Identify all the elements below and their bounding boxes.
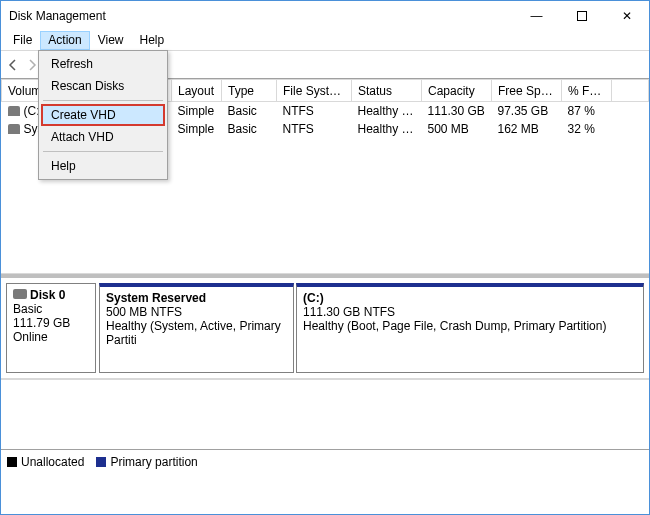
partition-size: 500 MB NTFS <box>106 305 287 319</box>
cell-layout: Simple <box>172 120 222 138</box>
maximize-icon <box>577 11 587 21</box>
col-layout[interactable]: Layout <box>172 80 222 102</box>
close-button[interactable]: ✕ <box>604 1 649 31</box>
cell-type: Basic <box>222 120 277 138</box>
close-icon: ✕ <box>622 9 632 23</box>
col-filesystem[interactable]: File System <box>277 80 352 102</box>
menu-help[interactable]: Help <box>132 31 173 50</box>
partition-status: Healthy (Boot, Page File, Crash Dump, Pr… <box>303 319 637 333</box>
menu-create-vhd[interactable]: Create VHD <box>41 104 165 126</box>
col-capacity[interactable]: Capacity <box>422 80 492 102</box>
partition-title: System Reserved <box>106 291 287 305</box>
col-blank[interactable] <box>612 80 649 102</box>
cell-layout: Simple <box>172 102 222 121</box>
menu-action[interactable]: Action <box>40 31 89 50</box>
cell-type: Basic <box>222 102 277 121</box>
maximize-button[interactable] <box>559 1 604 31</box>
legend-primary: Primary partition <box>96 455 197 469</box>
partition-size: 111.30 GB NTFS <box>303 305 637 319</box>
disk-partitions: System Reserved 500 MB NTFS Healthy (Sys… <box>99 283 644 373</box>
cell-free: 97.35 GB <box>492 102 562 121</box>
cell-capacity: 500 MB <box>422 120 492 138</box>
partition-title: (C:) <box>303 291 637 305</box>
col-type[interactable]: Type <box>222 80 277 102</box>
cell-pct: 87 % <box>562 102 612 121</box>
menu-file[interactable]: File <box>5 31 40 50</box>
disk-size: 111.79 GB <box>13 316 89 330</box>
cell-fs: NTFS <box>277 102 352 121</box>
menu-refresh[interactable]: Refresh <box>41 53 165 75</box>
disk-type: Basic <box>13 302 89 316</box>
col-pctfree[interactable]: % Free <box>562 80 612 102</box>
partition-system-reserved[interactable]: System Reserved 500 MB NTFS Healthy (Sys… <box>99 283 294 373</box>
action-dropdown: Refresh Rescan Disks Create VHD Attach V… <box>38 50 168 180</box>
menu-rescan-disks[interactable]: Rescan Disks <box>41 75 165 97</box>
disk-graphical-view: Disk 0 Basic 111.79 GB Online System Res… <box>1 274 649 379</box>
col-status[interactable]: Status <box>352 80 422 102</box>
window-title: Disk Management <box>9 9 514 23</box>
titlebar[interactable]: Disk Management ― ✕ <box>1 1 649 31</box>
cell-status: Healthy (B... <box>352 102 422 121</box>
minimize-button[interactable]: ― <box>514 1 559 31</box>
cell-pct: 32 % <box>562 120 612 138</box>
dropdown-separator <box>43 100 163 101</box>
back-icon[interactable] <box>5 57 21 73</box>
legend: Unallocated Primary partition <box>1 449 649 473</box>
partition-c[interactable]: (C:) 111.30 GB NTFS Healthy (Boot, Page … <box>296 283 644 373</box>
menu-attach-vhd[interactable]: Attach VHD <box>41 126 165 148</box>
minimize-icon: ― <box>531 9 543 23</box>
disk-info[interactable]: Disk 0 Basic 111.79 GB Online <box>6 283 96 373</box>
disk-icon <box>13 289 27 299</box>
swatch-primary-icon <box>96 457 106 467</box>
empty-pane <box>1 379 649 449</box>
partition-status: Healthy (System, Active, Primary Partiti <box>106 319 287 347</box>
cell-fs: NTFS <box>277 120 352 138</box>
drive-icon <box>8 124 20 134</box>
legend-unallocated: Unallocated <box>7 455 84 469</box>
drive-icon <box>8 106 20 116</box>
cell-free: 162 MB <box>492 120 562 138</box>
swatch-unallocated-icon <box>7 457 17 467</box>
menu-help-item[interactable]: Help <box>41 155 165 177</box>
cell-capacity: 111.30 GB <box>422 102 492 121</box>
disk-name: Disk 0 <box>13 288 89 302</box>
menu-view[interactable]: View <box>90 31 132 50</box>
col-freespace[interactable]: Free Spa... <box>492 80 562 102</box>
menubar: File Action View Help Refresh Rescan Dis… <box>1 31 649 51</box>
disk-management-window: Disk Management ― ✕ File Action View Hel… <box>0 0 650 515</box>
disk-status: Online <box>13 330 89 344</box>
cell-status: Healthy (S... <box>352 120 422 138</box>
dropdown-separator <box>43 151 163 152</box>
window-controls: ― ✕ <box>514 1 649 31</box>
